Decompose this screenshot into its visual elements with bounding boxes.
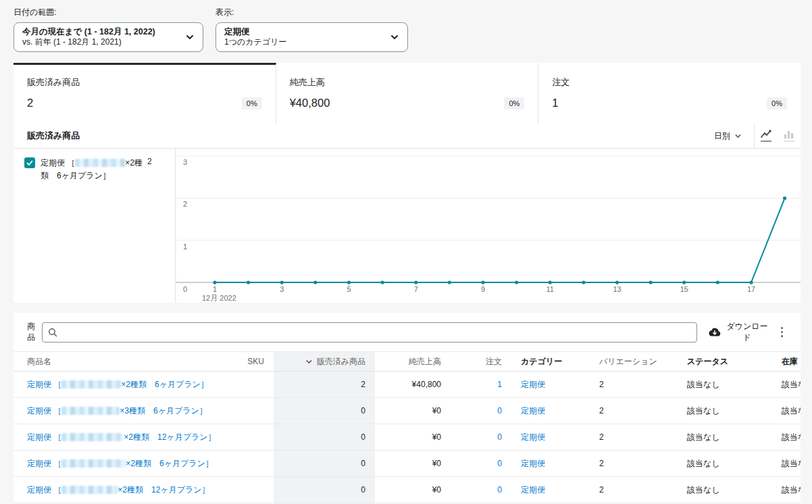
- sku-cell: [236, 398, 274, 424]
- inventory-cell: 該当なし: [772, 372, 801, 398]
- redacted-product-name: [61, 407, 120, 415]
- metric-card-net-sales[interactable]: 純売上高 ¥40,800 0%: [276, 63, 539, 124]
- svg-text:3: 3: [280, 285, 284, 293]
- status-cell: 該当なし: [678, 451, 772, 477]
- product-link[interactable]: 定期便 ［×2種類 12ヶ月プラン］: [27, 432, 216, 442]
- net-sales-cell: ¥40,800: [375, 372, 451, 398]
- product-name-cell: 定期便 ［×2種類 6ヶ月プラン］: [14, 451, 236, 477]
- metric-value: ¥40,800: [290, 97, 330, 109]
- category-cell: 定期便: [511, 424, 590, 451]
- granularity-dropdown[interactable]: 日別: [702, 124, 754, 148]
- metric-card-items-sold[interactable]: 販売済み商品 2 0%: [14, 63, 276, 124]
- orders-link[interactable]: 1: [497, 380, 502, 389]
- metric-value: 2: [27, 97, 33, 109]
- products-table-card: 商品 ダウンロード: [14, 313, 801, 504]
- product-link[interactable]: 定期便 ［×2種類 6ヶ月プラン］: [27, 459, 213, 468]
- download-label: ダウンロード: [726, 322, 769, 343]
- orders-cell: 0: [451, 398, 511, 424]
- orders-link[interactable]: 0: [497, 432, 502, 442]
- column-header-9[interactable]: 在庫: [772, 352, 801, 372]
- chart-header: 販売済み商品 日別: [14, 124, 801, 149]
- sku-cell: [236, 424, 274, 451]
- column-header-3[interactable]: 販売済み商品: [274, 352, 375, 372]
- category-link[interactable]: 定期便: [521, 432, 545, 442]
- cloud-download-icon: [708, 327, 721, 337]
- orders-link[interactable]: 0: [497, 406, 502, 415]
- date-range-value: 今月の現在まで (1 - 182月 1, 2022) vs. 前年 (1 - 1…: [22, 27, 178, 48]
- product-name-cell: 定期便 ［×2種類 6ヶ月プラン］: [14, 372, 236, 398]
- column-header-5[interactable]: 注文: [451, 352, 511, 372]
- table-row: 定期便 ［×2種類 6ヶ月プラン］2¥40,8001定期便2該当なし該当なし: [14, 372, 801, 398]
- metric-change-badge: 0%: [767, 97, 787, 109]
- line-chart-plot[interactable]: 0123135791113151712月 2022: [176, 149, 801, 303]
- legend-label: 定期便 ［×2種類 6ヶ月プラン］: [41, 157, 143, 182]
- bar-chart-toggle[interactable]: [778, 124, 801, 149]
- product-link[interactable]: 定期便 ［×2種類 6ヶ月プラン］: [27, 380, 209, 389]
- svg-text:11: 11: [547, 285, 554, 293]
- table-header-row: 商品名SKU販売済み商品純売上高注文カテゴリーバリエーションステータス在庫: [14, 352, 801, 372]
- net-sales-cell: ¥0: [375, 451, 451, 477]
- line-chart-toggle[interactable]: [755, 124, 778, 149]
- column-header-1[interactable]: 商品名: [14, 352, 236, 372]
- metric-label: 販売済み商品: [27, 76, 262, 89]
- net-sales-cell: ¥0: [375, 424, 451, 451]
- product-name-cell: 定期便 ［×3種類 6ヶ月プラン］: [14, 398, 236, 424]
- chart-title: 販売済み商品: [14, 130, 702, 142]
- column-header-8[interactable]: ステータス: [678, 352, 772, 372]
- metric-cards: 販売済み商品 2 0% 純売上高 ¥40,800 0% 注文 1 0%: [14, 63, 801, 124]
- column-header-7[interactable]: バリエーション: [590, 352, 678, 372]
- category-link[interactable]: 定期便: [521, 459, 545, 468]
- variations-cell: 2: [590, 424, 678, 451]
- kebab-icon: [781, 327, 783, 329]
- orders-cell: 0: [451, 451, 511, 477]
- orders-link[interactable]: 0: [497, 459, 502, 468]
- sku-cell: [236, 477, 274, 503]
- metric-card-orders[interactable]: 注文 1 0%: [538, 63, 801, 124]
- legend-item[interactable]: 定期便 ［×2種類 6ヶ月プラン］ 2: [24, 157, 166, 182]
- metric-change-badge: 0%: [504, 97, 524, 109]
- search-input[interactable]: [61, 328, 691, 337]
- redacted-product-name: [61, 459, 126, 468]
- chevron-down-icon: [734, 132, 742, 140]
- column-header-6[interactable]: カテゴリー: [511, 352, 590, 372]
- search-box[interactable]: [42, 322, 697, 343]
- display-dropdown[interactable]: 定期便 1つのカテゴリー: [215, 22, 408, 52]
- svg-text:1: 1: [213, 285, 217, 293]
- granularity-value: 日別: [714, 130, 730, 142]
- orders-link[interactable]: 0: [497, 485, 502, 495]
- column-header-4[interactable]: 純売上高: [375, 352, 451, 372]
- product-name-cell: 定期便 ［×2種類 12ヶ月プラン］: [14, 424, 236, 451]
- net-sales-cell: ¥0: [375, 398, 451, 424]
- inventory-cell: 該当なし: [772, 398, 801, 424]
- status-cell: 該当なし: [678, 424, 772, 451]
- chart-legend: 定期便 ［×2種類 6ヶ月プラン］ 2: [14, 149, 176, 303]
- net-sales-cell: ¥0: [375, 477, 451, 503]
- date-range-dropdown[interactable]: 今月の現在まで (1 - 182月 1, 2022) vs. 前年 (1 - 1…: [14, 22, 203, 52]
- legend-value: 2: [147, 157, 152, 166]
- column-header-2[interactable]: SKU: [236, 352, 274, 372]
- display-value: 定期便 1つのカテゴリー: [224, 27, 383, 48]
- more-options-button[interactable]: [773, 322, 791, 343]
- chart-body: 定期便 ［×2種類 6ヶ月プラン］ 2 0123135791113151712月…: [14, 149, 801, 303]
- svg-text:1: 1: [183, 243, 187, 251]
- product-link[interactable]: 定期便 ［×3種類 6ヶ月プラン］: [27, 406, 207, 415]
- category-cell: 定期便: [511, 372, 590, 398]
- bar-chart-icon: [784, 130, 794, 139]
- category-link[interactable]: 定期便: [521, 380, 545, 389]
- status-cell: 該当なし: [678, 372, 772, 398]
- redacted-product-name: [61, 433, 124, 441]
- category-link[interactable]: 定期便: [521, 485, 545, 495]
- checkbox-checked-icon[interactable]: [24, 157, 35, 168]
- date-range-filter: 日付の範囲: 今月の現在まで (1 - 182月 1, 2022) vs. 前年…: [14, 7, 203, 52]
- product-link[interactable]: 定期便 ［×2種類 12ヶ月プラン］: [27, 485, 210, 495]
- metric-change-badge: 0%: [242, 97, 262, 109]
- category-link[interactable]: 定期便: [521, 406, 545, 415]
- orders-cell: 0: [451, 424, 511, 451]
- svg-text:0: 0: [183, 285, 187, 293]
- download-button[interactable]: ダウンロード: [708, 322, 769, 343]
- search-icon: [48, 328, 57, 337]
- svg-text:2: 2: [183, 200, 187, 208]
- product-name-cell: 定期便 ［×2種類 12ヶ月プラン］: [14, 477, 236, 503]
- variations-cell: 2: [590, 477, 678, 503]
- sort-chevron-down-icon: [305, 358, 313, 366]
